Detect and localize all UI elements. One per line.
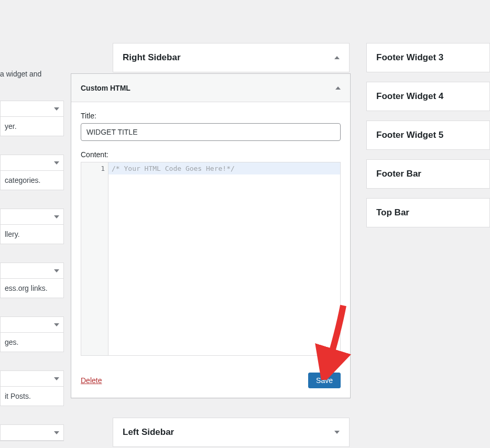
code-area[interactable]: /* Your HTML Code Goes Here!*/ (108, 162, 340, 355)
widget-area-title: Footer Widget 5 (376, 130, 443, 140)
save-button[interactable]: Save (308, 373, 341, 388)
title-input[interactable] (81, 123, 341, 141)
right-widget-areas-column: Footer Widget 3 Footer Widget 4 Footer W… (366, 43, 490, 237)
available-widget-desc: llery. (1, 225, 63, 244)
chevron-down-icon (334, 431, 340, 434)
chevron-up-icon (334, 56, 340, 59)
available-widget-desc: yer. (1, 117, 63, 136)
right-sidebar-area: Right Sidebar (113, 43, 350, 72)
available-widget[interactable]: it Posts. (0, 370, 64, 406)
available-widget[interactable]: categories. (0, 155, 64, 190)
chevron-down-icon (54, 107, 59, 111)
custom-html-widget-panel: Custom HTML Title: Content: 1 /* Your HT… (71, 73, 351, 398)
available-widget[interactable]: ess.org links. (0, 263, 64, 298)
available-widget-desc: ess.org links. (1, 279, 63, 298)
widget-panel-header[interactable]: Custom HTML (71, 74, 350, 102)
widget-area-title: Footer Widget 4 (376, 91, 443, 102)
widget-area-title: Right Sidebar (123, 52, 181, 63)
available-widget[interactable]: yer. (0, 101, 64, 136)
available-widget[interactable] (0, 424, 64, 441)
code-gutter: 1 (81, 162, 108, 355)
available-widgets-desc: a widget and (0, 70, 41, 78)
available-widget-desc: ges. (1, 333, 63, 352)
delete-link[interactable]: Delete (81, 376, 102, 385)
left-sidebar-area: Left Sidebar (113, 418, 350, 447)
widget-area-header-footer-5[interactable]: Footer Widget 5 (366, 121, 490, 150)
available-widget[interactable]: llery. (0, 209, 64, 244)
widget-area-header-footer-3[interactable]: Footer Widget 3 (366, 43, 490, 72)
widget-area-header-footer-bar[interactable]: Footer Bar (366, 159, 490, 189)
content-label: Content: (81, 150, 341, 159)
available-widget[interactable]: ges. (0, 316, 64, 352)
widget-area-header-top-bar[interactable]: Top Bar (366, 198, 490, 227)
content-code-editor[interactable]: 1 /* Your HTML Code Goes Here!*/ (81, 162, 341, 356)
available-widget-desc: it Posts. (1, 387, 63, 406)
chevron-down-icon (54, 269, 59, 272)
widget-name: Custom HTML (81, 84, 130, 92)
chevron-down-icon (54, 215, 59, 218)
chevron-down-icon (54, 431, 59, 434)
available-widget-desc: categories. (1, 171, 63, 190)
widget-area-title: Left Sidebar (123, 427, 174, 438)
chevron-down-icon (54, 161, 59, 165)
widget-area-title: Top Bar (376, 207, 409, 218)
available-widgets-column: a widget and yer. categories. llery. ess… (0, 0, 68, 448)
chevron-down-icon (54, 323, 59, 326)
title-label: Title: (81, 112, 341, 120)
chevron-down-icon (54, 377, 59, 380)
widget-area-header-right-sidebar[interactable]: Right Sidebar (113, 43, 350, 72)
widget-area-title: Footer Widget 3 (376, 52, 443, 63)
widget-area-title: Footer Bar (376, 169, 421, 179)
chevron-up-icon (335, 86, 341, 90)
widget-area-header-footer-4[interactable]: Footer Widget 4 (366, 82, 490, 111)
code-line: /* Your HTML Code Goes Here!*/ (108, 162, 340, 174)
widget-area-header-left-sidebar[interactable]: Left Sidebar (113, 418, 350, 447)
